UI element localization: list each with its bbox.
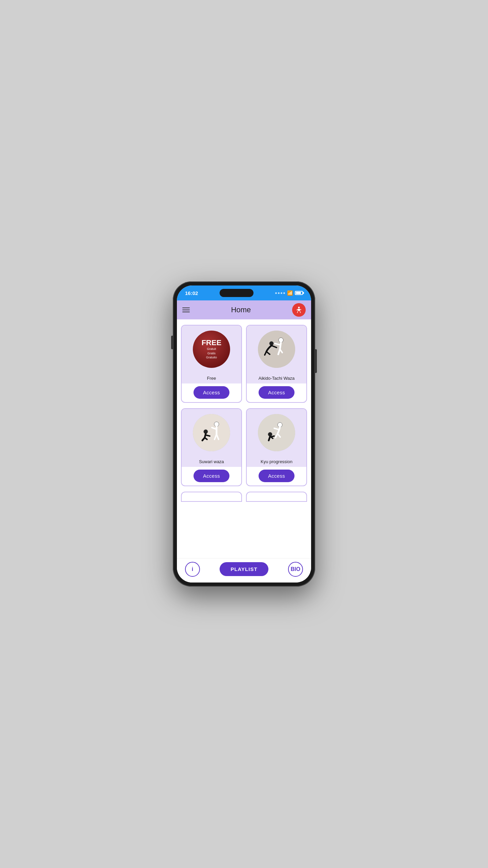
app-header: Home	[177, 300, 311, 319]
access-btn-kyu-row: Access	[247, 467, 306, 486]
phone-frame: 16:02 📶 Home	[173, 281, 315, 587]
playlist-button[interactable]: PLAYLIST	[220, 562, 268, 576]
partial-row	[181, 492, 307, 502]
free-badge-line1: FREE	[202, 339, 222, 347]
kyu-figure-svg	[258, 414, 295, 451]
cards-row-1: FREE Gratuit Gratis Gratuito Free Access	[181, 325, 307, 403]
header-title: Home	[231, 305, 251, 314]
access-btn-free-row: Access	[182, 383, 241, 402]
partial-card-left	[181, 492, 242, 502]
aikido-figure-svg	[258, 331, 295, 368]
phone-screen: 16:02 📶 Home	[177, 285, 311, 583]
logo-icon[interactable]	[292, 303, 306, 317]
card-free-label: Free	[182, 373, 241, 383]
card-suwari: Suwari waza Access	[181, 408, 242, 486]
status-bar: 16:02 📶	[177, 285, 311, 300]
free-badge-multilang: Gratuit Gratis Gratuito	[206, 347, 217, 360]
suwari-circle	[193, 414, 230, 451]
svg-point-1	[258, 331, 295, 368]
card-kyu-label: Kyu progression	[247, 456, 306, 467]
kyu-circle	[258, 414, 295, 451]
card-aikido-label: Aikido-Tachi Waza	[247, 373, 306, 383]
cards-row-2: Suwari waza Access	[181, 408, 307, 486]
card-free-image-area: FREE Gratuit Gratis Gratuito	[182, 326, 241, 373]
battery-icon	[295, 291, 303, 295]
partial-card-right	[246, 492, 307, 502]
card-free: FREE Gratuit Gratis Gratuito Free Access	[181, 325, 242, 403]
svg-point-7	[258, 414, 295, 451]
card-suwari-image-area	[182, 409, 241, 456]
scroll-content: FREE Gratuit Gratis Gratuito Free Access	[177, 319, 311, 583]
card-kyu-image-area	[247, 409, 306, 456]
svg-point-4	[193, 414, 230, 451]
wifi-icon: 📶	[287, 290, 293, 296]
free-badge: FREE Gratuit Gratis Gratuito	[193, 331, 230, 368]
status-time: 16:02	[185, 290, 198, 296]
card-aikido-image-area	[247, 326, 306, 373]
aikido-circle	[258, 331, 295, 368]
access-btn-free[interactable]: Access	[194, 386, 229, 399]
card-aikido: Aikido-Tachi Waza Access	[246, 325, 307, 403]
bottom-nav: i PLAYLIST BIO	[177, 558, 311, 583]
svg-point-0	[298, 307, 300, 309]
access-btn-aikido-row: Access	[247, 383, 306, 402]
access-btn-aikido[interactable]: Access	[259, 386, 294, 399]
card-suwari-label: Suwari waza	[182, 456, 241, 467]
access-btn-kyu[interactable]: Access	[259, 470, 294, 482]
menu-icon[interactable]	[182, 308, 190, 312]
bio-button[interactable]: BIO	[288, 562, 303, 577]
info-button[interactable]: i	[185, 562, 200, 577]
access-btn-suwari[interactable]: Access	[194, 470, 229, 482]
signal-dots	[275, 292, 285, 294]
suwari-figure-svg	[193, 414, 230, 451]
status-icons: 📶	[275, 290, 303, 296]
card-kyu: Kyu progression Access	[246, 408, 307, 486]
notch	[220, 289, 253, 297]
access-btn-suwari-row: Access	[182, 467, 241, 486]
